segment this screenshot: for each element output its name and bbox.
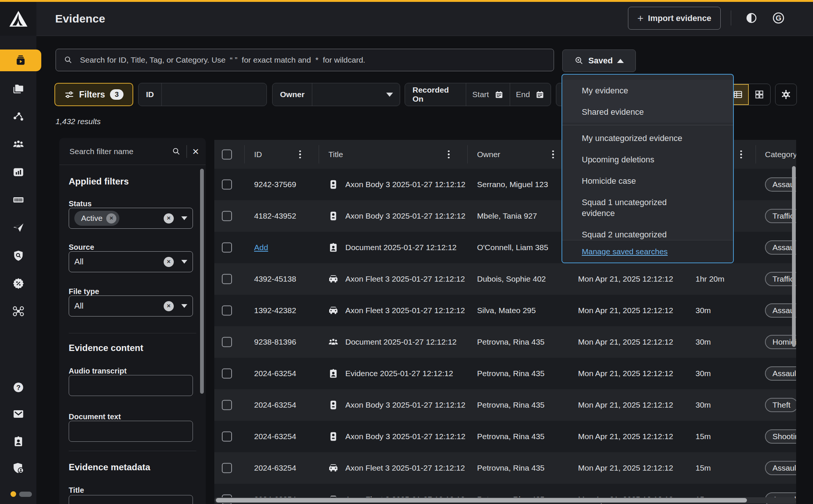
category-badge[interactable]: Assault (765, 177, 796, 192)
column-menu-icon[interactable] (552, 150, 554, 159)
row-title[interactable]: Evidence 2025-01-27 12:12:12 (345, 358, 453, 389)
close-icon[interactable]: × (192, 146, 199, 157)
row-title[interactable]: Axon Body 3 2025-01-27 12:12:12 (345, 200, 465, 232)
row-title[interactable]: Axon Body 3 2025-01-27 12:12:12 (345, 169, 465, 200)
row-id[interactable]: 4392-45138 (254, 263, 296, 295)
table-vertical-scrollbar[interactable] (792, 166, 796, 347)
row-id[interactable]: 2024-63254 (254, 421, 296, 452)
sidebar-item-evidence[interactable] (0, 50, 41, 71)
table-row[interactable]: 9238-81396 (214, 326, 796, 358)
category-badge[interactable]: Assault (765, 303, 796, 318)
category-badge[interactable]: Shooting (765, 429, 796, 444)
axon-logo[interactable] (0, 2, 36, 36)
title-input[interactable] (69, 495, 193, 504)
status-select[interactable]: Active × × (69, 208, 193, 229)
row-id[interactable]: 2024-63254 (254, 452, 296, 484)
sidebar-item-barcode[interactable] (0, 188, 36, 212)
document-text-input[interactable] (69, 421, 193, 442)
clear-icon[interactable]: × (164, 301, 174, 311)
row-checkbox[interactable] (222, 180, 232, 190)
sidebar-item-user-shield[interactable] (0, 456, 36, 480)
scrollbar-thumb[interactable] (216, 498, 747, 502)
row-title[interactable]: Document 2025-01-27 12:12:12 (345, 326, 457, 358)
recorded-on-end-field[interactable]: End (510, 83, 551, 106)
row-checkbox[interactable] (222, 432, 232, 442)
recorded-on-filter[interactable]: Recorded On Start End (405, 83, 551, 106)
row-checkbox[interactable] (222, 243, 232, 253)
clear-icon[interactable]: × (164, 257, 174, 267)
search-icon[interactable] (172, 147, 181, 156)
sidebar-item-community[interactable] (0, 132, 36, 156)
owner-filter[interactable]: Owner (272, 83, 400, 106)
filters-button[interactable]: Filters 3 (54, 83, 133, 106)
manage-saved-searches-link[interactable]: Manage saved searches (582, 247, 668, 256)
row-checkbox[interactable] (222, 400, 232, 410)
search-input[interactable] (79, 55, 546, 65)
audio-transcript-input[interactable] (69, 375, 193, 396)
source-select[interactable]: All × (69, 251, 193, 272)
sidebar-item-help[interactable]: ? (0, 375, 36, 399)
category-badge[interactable]: Traffic (765, 209, 796, 223)
table-row[interactable]: 4392-45138 (214, 263, 796, 295)
sidebar-item-dispatch[interactable] (0, 216, 36, 240)
search-bar[interactable] (56, 49, 554, 71)
row-title[interactable]: Axon Body 3 2025-01-27 12:12:12 (345, 389, 465, 421)
sidebar-item-analytics[interactable] (0, 160, 36, 184)
saved-search-item[interactable]: Upcoming deletions (562, 149, 713, 170)
category-badge[interactable]: Theft (765, 398, 796, 412)
sidebar-collapse-toggle[interactable] (11, 491, 32, 497)
category-badge[interactable]: Assault (765, 366, 796, 381)
table-settings-button[interactable] (775, 84, 797, 105)
category-badge[interactable]: Homicide (765, 335, 796, 349)
row-id[interactable]: 9242-37569 (254, 169, 296, 200)
table-row[interactable]: 2024-63254 (214, 452, 796, 484)
column-header-owner[interactable]: Owner (477, 140, 500, 169)
saved-search-item[interactable]: Squad 1 uncategorized evidence (562, 192, 713, 224)
select-all-checkbox[interactable] (222, 149, 232, 159)
row-checkbox[interactable] (222, 306, 232, 316)
sidebar-item-drone[interactable] (0, 299, 36, 323)
table-row[interactable]: 1392-42382 (214, 295, 796, 326)
sidebar-item-contacts[interactable] (0, 429, 36, 453)
table-row[interactable]: 2024-63254 (214, 358, 796, 389)
category-badge[interactable]: Traffic (765, 272, 796, 286)
saved-search-item[interactable]: Shared evidence (562, 101, 713, 123)
row-title[interactable]: Axon Fleet 3 2025-01-27 12:12:12 (345, 452, 465, 484)
contrast-icon[interactable] (743, 10, 760, 26)
saved-search-item[interactable]: Homicide case (562, 170, 713, 192)
row-title[interactable]: Axon Fleet 3 2025-01-27 12:12:12 (345, 295, 465, 326)
panel-scrollbar[interactable] (200, 169, 204, 394)
row-title[interactable]: Document 2025-01-27 12:12:12 (345, 232, 457, 263)
column-menu-icon[interactable] (448, 150, 450, 159)
category-badge[interactable]: Assault (765, 461, 796, 475)
row-checkbox[interactable] (222, 274, 232, 284)
import-evidence-button[interactable]: + Import evidence (628, 7, 721, 30)
table-row[interactable]: 2024-63254 (214, 389, 796, 421)
row-title[interactable]: Axon Body 3 2025-01-27 12:12:12 (345, 421, 465, 452)
row-id[interactable]: Add (254, 232, 268, 263)
row-title[interactable]: Axon Fleet 3 2025-01-27 12:12:12 (345, 263, 465, 295)
sidebar-item-certification[interactable] (0, 272, 36, 296)
row-id[interactable]: 2024-63254 (254, 358, 296, 389)
sidebar-item-messages[interactable] (0, 402, 36, 426)
column-menu-icon[interactable] (299, 150, 301, 159)
row-checkbox[interactable] (222, 369, 232, 379)
g-logo-icon[interactable]: G (770, 10, 787, 26)
column-header-id[interactable]: ID (254, 140, 262, 169)
id-filter-input[interactable] (162, 90, 266, 99)
category-badge[interactable]: Assault (765, 240, 796, 255)
row-id[interactable]: 4182-43952 (254, 200, 296, 232)
saved-search-item[interactable]: My uncategorized evidence (562, 128, 713, 149)
saved-search-item[interactable]: Squad 2 uncategorized evidence (562, 224, 713, 241)
saved-search-item[interactable]: My evidence (562, 80, 713, 101)
chip-remove-icon[interactable]: × (106, 213, 116, 224)
row-checkbox[interactable] (222, 337, 232, 347)
row-checkbox[interactable] (222, 463, 232, 473)
table-row[interactable]: 2024-63254 (214, 421, 796, 452)
id-filter[interactable]: ID (138, 83, 267, 106)
recorded-on-start-field[interactable]: Start (466, 83, 509, 106)
filter-name-search-input[interactable] (69, 147, 166, 156)
row-id[interactable]: 2024-63254 (254, 389, 296, 421)
row-id[interactable]: 9238-81396 (254, 326, 296, 358)
column-menu-icon[interactable] (740, 150, 742, 159)
